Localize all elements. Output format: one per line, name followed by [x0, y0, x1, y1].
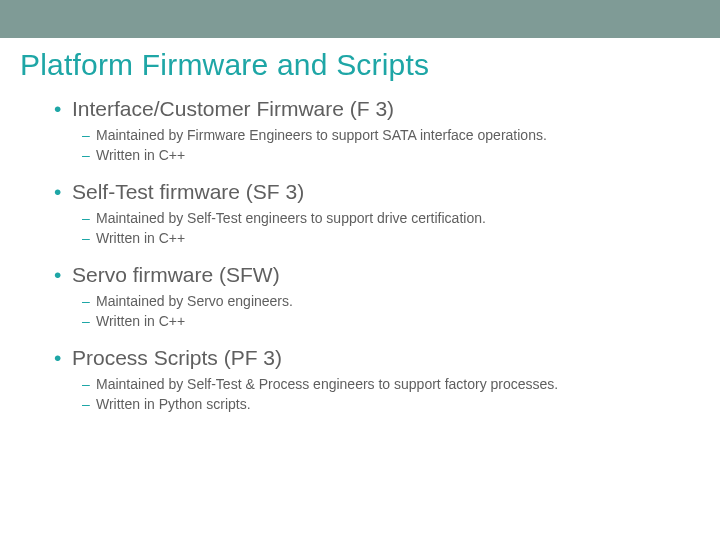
section-sublist: Maintained by Self-Test & Process engine… [82, 375, 680, 414]
sub-item: Maintained by Self-Test & Process engine… [82, 375, 680, 394]
section: Self-Test firmware (SF 3) Maintained by … [54, 179, 680, 248]
section: Process Scripts (PF 3) Maintained by Sel… [54, 345, 680, 414]
sub-item: Maintained by Firmware Engineers to supp… [82, 126, 680, 145]
sub-item: Maintained by Self-Test engineers to sup… [82, 209, 680, 228]
sub-item: Maintained by Servo engineers. [82, 292, 680, 311]
section: Interface/Customer Firmware (F 3) Mainta… [54, 96, 680, 165]
section-sublist: Maintained by Firmware Engineers to supp… [82, 126, 680, 165]
section-heading: Interface/Customer Firmware (F 3) [54, 96, 680, 122]
section-heading: Servo firmware (SFW) [54, 262, 680, 288]
top-banner [0, 0, 720, 38]
sub-item: Written in C++ [82, 312, 680, 331]
slide-title: Platform Firmware and Scripts [20, 48, 720, 82]
sub-item: Written in Python scripts. [82, 395, 680, 414]
slide-body: Interface/Customer Firmware (F 3) Mainta… [54, 96, 680, 414]
sub-item: Written in C++ [82, 229, 680, 248]
section-sublist: Maintained by Self-Test engineers to sup… [82, 209, 680, 248]
section-sublist: Maintained by Servo engineers. Written i… [82, 292, 680, 331]
section: Servo firmware (SFW) Maintained by Servo… [54, 262, 680, 331]
section-heading: Self-Test firmware (SF 3) [54, 179, 680, 205]
section-heading: Process Scripts (PF 3) [54, 345, 680, 371]
sub-item: Written in C++ [82, 146, 680, 165]
